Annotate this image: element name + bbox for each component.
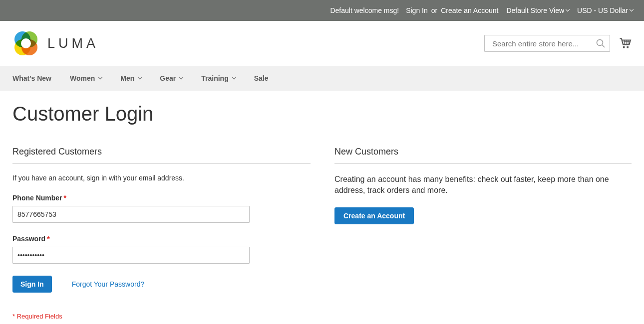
main-navigation: What's New Women Men Gear Training Sale — [0, 66, 644, 91]
or-text: or — [431, 6, 437, 14]
password-label: Password* — [12, 235, 311, 243]
new-customers-block: New Customers Creating an account has ma… — [334, 147, 632, 320]
password-label-text: Password — [12, 235, 45, 243]
logo-text: LUMA — [47, 36, 99, 51]
store-view-switcher[interactable]: Default Store View — [506, 6, 569, 14]
chevron-down-icon — [179, 75, 183, 79]
nav-label: Men — [120, 74, 134, 82]
search-icon[interactable] — [595, 38, 606, 51]
top-sign-in-link[interactable]: Sign In — [406, 6, 428, 14]
luma-logo-icon — [12, 30, 39, 57]
nav-item-sale[interactable]: Sale — [254, 74, 269, 82]
currency-label: USD - US Dollar — [577, 6, 628, 14]
phone-number-label: Phone Number* — [12, 194, 311, 202]
nav-item-whats-new[interactable]: What's New — [12, 74, 51, 82]
nav-item-training[interactable]: Training — [201, 74, 235, 82]
nav-label: Gear — [160, 74, 176, 82]
chevron-down-icon — [138, 75, 142, 79]
registered-customers-block: Registered Customers If you have an acco… — [12, 147, 311, 320]
nav-label: Sale — [254, 74, 269, 82]
chevron-down-icon — [98, 75, 102, 79]
header: LUMA — [0, 21, 644, 66]
registered-customers-heading: Registered Customers — [12, 147, 311, 164]
nav-item-men[interactable]: Men — [120, 74, 141, 82]
phone-number-field[interactable] — [12, 206, 250, 223]
create-account-button[interactable]: Create an Account — [334, 207, 414, 224]
password-field[interactable] — [12, 247, 250, 264]
top-create-account-link[interactable]: Create an Account — [441, 6, 498, 14]
store-view-label: Default Store View — [506, 6, 564, 14]
page-title: Customer Login — [12, 103, 632, 125]
main-content: Customer Login Registered Customers If y… — [0, 103, 644, 320]
store-logo[interactable]: LUMA — [12, 30, 99, 57]
chevron-down-icon — [566, 7, 570, 11]
nav-label: Training — [201, 74, 228, 82]
nav-label: Women — [70, 74, 95, 82]
account-benefits-text: Creating an account has many benefits: c… — [334, 174, 632, 196]
forgot-password-link[interactable]: Forgot Your Password? — [72, 280, 145, 288]
nav-label: What's New — [12, 74, 51, 82]
welcome-message: Default welcome msg! — [330, 6, 399, 14]
search-box — [484, 35, 610, 52]
new-customers-heading: New Customers — [334, 147, 632, 164]
required-asterisk: * — [64, 194, 66, 202]
required-asterisk: * — [47, 235, 49, 243]
phone-number-label-text: Phone Number — [12, 194, 62, 202]
search-input[interactable] — [484, 35, 610, 52]
sign-in-button[interactable]: Sign In — [12, 276, 52, 293]
chevron-down-icon — [630, 7, 634, 11]
required-fields-note: * Required Fields — [12, 313, 311, 320]
nav-item-women[interactable]: Women — [70, 74, 102, 82]
login-note: If you have an account, sign in with you… — [12, 174, 311, 182]
currency-switcher[interactable]: USD - US Dollar — [577, 6, 633, 14]
top-panel: Default welcome msg! Sign In or Create a… — [0, 0, 644, 21]
cart-icon — [618, 37, 632, 50]
chevron-down-icon — [232, 75, 236, 79]
minicart-button[interactable] — [618, 37, 632, 50]
nav-item-gear[interactable]: Gear — [160, 74, 183, 82]
